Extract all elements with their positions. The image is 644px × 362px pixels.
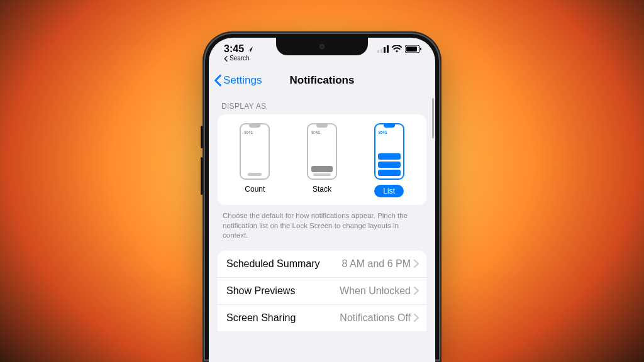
preview-time: 9:41 — [244, 130, 269, 134]
nav-bar: Settings Notifications — [209, 68, 435, 93]
svg-rect-7 — [420, 48, 421, 50]
svg-rect-0 — [377, 50, 379, 53]
option-label: Stack — [313, 185, 331, 194]
display-option-stack[interactable]: 9:41 Stack — [289, 123, 355, 197]
svg-rect-6 — [406, 47, 417, 52]
cellular-icon — [377, 45, 389, 53]
preview-time: 9:41 — [379, 130, 403, 134]
preview-count: 9:41 — [240, 123, 270, 180]
chevron-left-icon — [214, 74, 222, 87]
display-as-card: 9:41 Count 9:41 Stack — [218, 114, 426, 205]
display-option-count[interactable]: 9:41 Count — [222, 123, 289, 197]
back-label: Settings — [223, 74, 262, 87]
chevron-right-icon — [414, 260, 419, 268]
svg-rect-2 — [384, 47, 386, 53]
option-label-selected: List — [374, 185, 404, 197]
scroll-indicator[interactable] — [432, 98, 434, 138]
preview-stack: 9:41 — [307, 123, 337, 180]
chevron-left-icon — [224, 56, 228, 62]
content: DISPLAY AS 9:41 Count 9:41 — [209, 93, 435, 331]
section-footnote: Choose the default for how notifications… — [218, 205, 426, 251]
status-time: 3:45 — [224, 44, 244, 54]
preview-list: 9:41 — [374, 123, 404, 180]
page-title: Notifications — [290, 74, 355, 87]
phone-screen: 3:45 Search — [209, 38, 435, 362]
chevron-right-icon — [414, 314, 419, 322]
display-option-list[interactable]: 9:41 List — [356, 123, 423, 197]
section-header-display-as: DISPLAY AS — [218, 93, 426, 114]
location-icon — [247, 46, 253, 53]
svg-rect-3 — [387, 45, 389, 53]
breadcrumb[interactable]: Search — [224, 55, 253, 62]
svg-rect-1 — [380, 49, 382, 53]
row-label: Show Previews — [226, 285, 295, 297]
row-scheduled-summary[interactable]: Scheduled Summary 8 AM and 6 PM — [218, 251, 426, 278]
row-value: When Unlocked — [340, 285, 411, 297]
row-value: 8 AM and 6 PM — [342, 258, 411, 270]
phone-frame: 3:45 Search — [203, 31, 441, 362]
wifi-icon — [392, 45, 402, 53]
breadcrumb-label: Search — [230, 55, 250, 62]
svg-point-4 — [396, 50, 397, 52]
notch — [276, 38, 368, 55]
row-value: Notifications Off — [340, 312, 411, 324]
chevron-right-icon — [414, 287, 419, 295]
row-show-previews[interactable]: Show Previews When Unlocked — [218, 278, 426, 305]
back-button[interactable]: Settings — [214, 74, 262, 87]
settings-rows: Scheduled Summary 8 AM and 6 PM Show Pre… — [218, 251, 426, 331]
battery-icon — [405, 45, 421, 53]
option-label: Count — [245, 185, 265, 194]
row-screen-sharing[interactable]: Screen Sharing Notifications Off — [218, 305, 426, 331]
row-label: Screen Sharing — [226, 312, 296, 324]
row-label: Scheduled Summary — [226, 258, 320, 270]
preview-time: 9:41 — [311, 130, 336, 134]
